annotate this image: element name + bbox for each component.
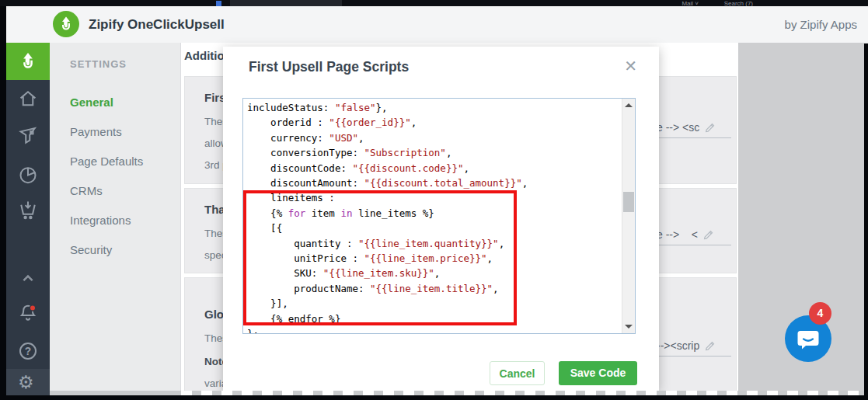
app-window: Mail ˅ Search (7) Zipify OneClickUpsell …	[0, 0, 868, 400]
browser-tab	[230, 0, 342, 6]
save-code-button[interactable]: Save Code	[559, 361, 637, 385]
notifications-bell-icon[interactable]	[16, 301, 40, 325]
edit-pencil-icon[interactable]	[704, 339, 716, 352]
app-header: Zipify OneClickUpsell by Zipify Apps	[6, 6, 868, 43]
edit-pencil-icon[interactable]	[702, 228, 715, 241]
browser-mail-label: Mail ˅	[682, 0, 699, 6]
script-snippet: e --> <sc	[657, 121, 699, 134]
sidebar-item-crms[interactable]: CRMs	[50, 176, 181, 206]
messenger-chat-icon	[796, 327, 821, 352]
script-snippet: --><scrip	[657, 339, 699, 352]
chat-unread-badge: 4	[809, 302, 831, 325]
help-icon[interactable]: ?	[16, 339, 40, 363]
funnels-icon[interactable]	[16, 124, 40, 148]
browser-search-label: Search (7)	[724, 0, 753, 6]
scrollbar-thumb[interactable]	[623, 192, 634, 212]
window-bottom-edge	[0, 395, 868, 400]
cancel-button[interactable]: Cancel	[490, 361, 545, 385]
scroll-down-arrow[interactable]	[622, 320, 635, 333]
settings-nav-panel: SETTINGS GeneralPaymentsPage DefaultsCRM…	[50, 43, 181, 395]
page-heading: Additio	[184, 49, 225, 62]
sidebar-item-page-defaults[interactable]: Page Defaults	[50, 147, 181, 176]
modal-title: First Upsell Page Scripts	[249, 59, 409, 75]
browser-tab-favicon	[216, 1, 221, 6]
close-icon[interactable]: ✕	[624, 56, 637, 76]
sidebar-item-general[interactable]: General	[50, 88, 181, 117]
sidebar-item-integrations[interactable]: Integrations	[50, 206, 181, 235]
svg-text:?: ?	[25, 346, 31, 357]
collapse-chevron-up-icon[interactable]	[16, 266, 40, 290]
scrollbar[interactable]	[622, 99, 635, 333]
code-content[interactable]: includeStatus: "false"}, orderid : "{{or…	[243, 99, 622, 333]
app-title: Zipify OneClickUpsell	[89, 6, 225, 43]
edit-pencil-icon[interactable]	[704, 121, 716, 134]
script-edit-field[interactable]: e --> <	[657, 228, 731, 245]
sidebar-item-payments[interactable]: Payments	[50, 117, 181, 147]
orders-cart-icon[interactable]	[16, 198, 40, 221]
icon-sidebar: ? ⚙	[6, 43, 50, 395]
first-upsell-scripts-modal: First Upsell Page Scripts ✕ includeStatu…	[223, 47, 659, 391]
settings-nav-list: GeneralPaymentsPage DefaultsCRMsIntegrat…	[50, 88, 181, 265]
home-icon[interactable]	[16, 87, 40, 110]
script-edit-field[interactable]: e --> <sc	[657, 121, 731, 138]
scroll-up-arrow[interactable]	[622, 99, 635, 112]
app-byline: by Zipify Apps	[785, 6, 857, 43]
script-snippet: e --> <	[657, 228, 698, 241]
analytics-pie-icon[interactable]	[16, 163, 40, 186]
settings-gear-tile[interactable]: ⚙	[6, 369, 50, 395]
zipify-home-tile[interactable]	[6, 43, 50, 80]
settings-nav-heading: SETTINGS	[70, 58, 127, 70]
zipify-logo-icon	[53, 11, 79, 37]
script-edit-field[interactable]: --><scrip	[657, 339, 731, 357]
sidebar-item-security[interactable]: Security	[50, 235, 181, 265]
settings-gear-icon: ⚙	[18, 371, 34, 393]
script-code-editor[interactable]: includeStatus: "false"}, orderid : "{{or…	[242, 98, 636, 334]
browser-top-strip: Mail ˅ Search (7)	[0, 0, 868, 6]
